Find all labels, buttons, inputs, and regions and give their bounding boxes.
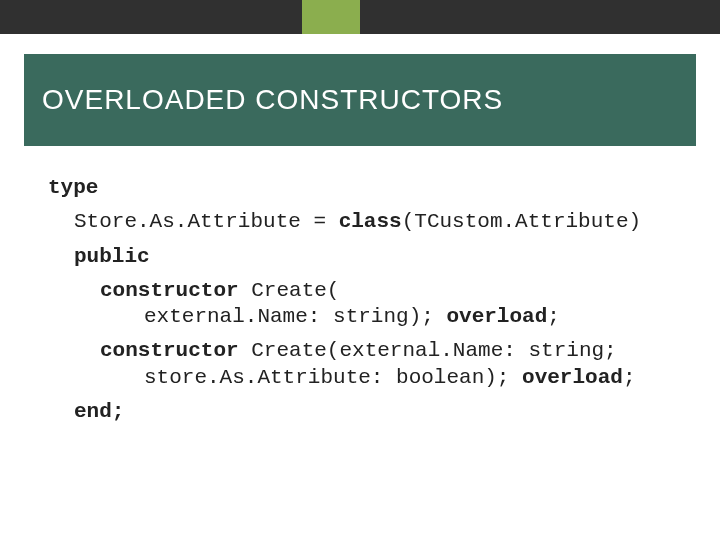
- code-line: Store.As.Attribute = class(TCustom.Attri…: [48, 209, 672, 235]
- code-block: type Store.As.Attribute = class(TCustom.…: [48, 175, 672, 425]
- slide-title: OVERLOADED CONSTRUCTORS: [24, 84, 503, 116]
- code-line: end;: [48, 399, 672, 425]
- code-line: external.Name: string); overload;: [48, 304, 672, 330]
- strip-dark-left: [0, 0, 302, 34]
- top-accent-strip: [0, 0, 720, 34]
- title-bar: OVERLOADED CONSTRUCTORS: [24, 54, 696, 146]
- code-line: constructor Create(external.Name: string…: [48, 338, 672, 364]
- strip-dark-right: [360, 0, 720, 34]
- code-line: constructor Create(: [48, 278, 672, 304]
- code-line: public: [48, 244, 672, 270]
- code-line: type: [48, 175, 672, 201]
- strip-green: [302, 0, 360, 34]
- code-line: store.As.Attribute: boolean); overload;: [48, 365, 672, 391]
